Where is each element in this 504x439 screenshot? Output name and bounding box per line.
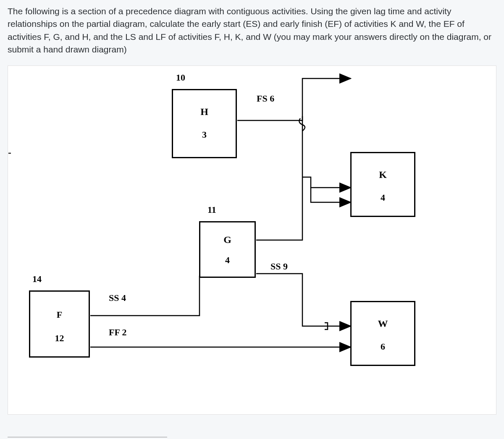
activity-h-box: H 3 [172,89,237,158]
activity-k-duration: 4 [352,192,414,203]
activity-h-name: H [173,106,236,118]
activity-g-box: G 4 [199,221,256,278]
activity-h-duration: 3 [173,129,236,140]
relation-ff2: FF 2 [109,327,127,338]
question-prompt: The following is a section of a preceden… [0,0,504,62]
activity-f-name: F [30,309,89,320]
relation-fs6: FS 6 [257,93,274,104]
relation-ss4: SS 4 [109,293,126,303]
activity-f-duration: 12 [30,333,89,344]
activity-f-es: 14 [32,274,42,285]
precedence-diagram: 10 H 3 11 G 4 14 F 12 K 4 W 6 FS 6 SS 9 … [8,65,496,415]
activity-h-es: 10 [176,72,185,83]
activity-k-name: K [352,169,414,180]
activity-w-duration: 6 [352,341,414,352]
activity-g-duration: 4 [200,255,255,266]
activity-k-box: K 4 [350,152,415,217]
activity-w-box: W 6 [350,301,415,366]
bottom-divider [8,437,167,437]
activity-f-box: F 12 [29,290,90,358]
activity-g-es: 11 [207,204,216,215]
activity-w-name: W [352,318,414,329]
relation-ss9: SS 9 [270,261,288,272]
activity-g-name: G [200,234,255,246]
